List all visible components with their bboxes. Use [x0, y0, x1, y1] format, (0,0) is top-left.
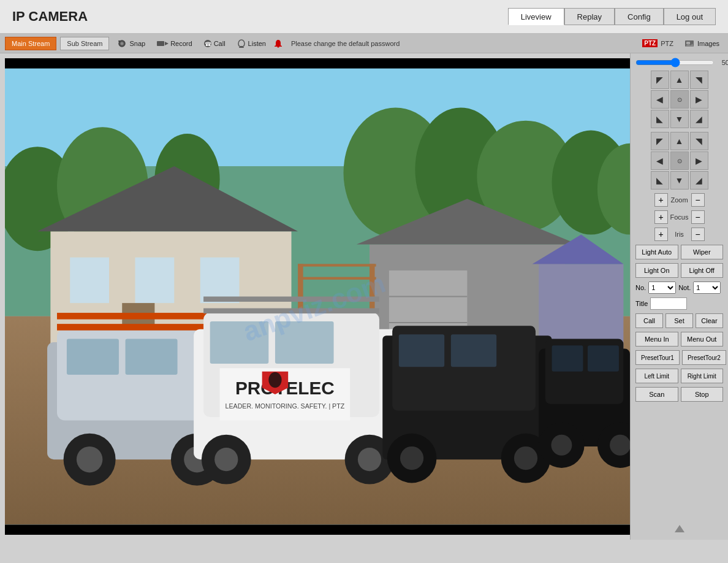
menu-in-btn[interactable]: Menu In	[635, 332, 678, 347]
scroll-up-arrow[interactable]	[675, 525, 684, 532]
snap-btn[interactable]: Snap	[113, 38, 149, 49]
ptz-panel: 50 ◤ ▲ ◥ ◀ ⊙ ▶ ◣ ▼ ◢ ◤ ▲ ◥ ◀ ⊙ ▶ ◣ ▼ ◢	[630, 53, 728, 540]
svg-point-72	[400, 446, 423, 470]
svg-rect-10	[277, 47, 279, 48]
bell-icon	[273, 39, 283, 48]
dir-down-left-btn[interactable]: ◣	[651, 110, 669, 128]
title-label: Title	[635, 300, 648, 307]
svg-marker-4	[165, 42, 169, 45]
images-icon	[684, 39, 696, 48]
direction-pad-2: ◤ ▲ ◥ ◀ ⊙ ▶ ◣ ▼ ◢	[635, 132, 723, 190]
warning-bell: Please change the default password	[273, 39, 400, 48]
menu-out-btn[interactable]: Menu Out	[681, 332, 724, 347]
light-on-btn[interactable]: Light On	[635, 263, 678, 278]
app-title: IP CAMERA	[12, 9, 88, 25]
dir2-right-btn[interactable]: ▶	[690, 151, 708, 170]
svg-rect-51	[57, 313, 207, 320]
nav-logout[interactable]: Log out	[664, 8, 716, 25]
focus-out-btn[interactable]: −	[691, 210, 705, 224]
sub-stream-btn[interactable]: Sub Stream	[60, 37, 109, 50]
light-off-btn[interactable]: Light Off	[681, 263, 724, 278]
focus-label: Focus	[670, 213, 689, 221]
dir2-center-btn[interactable]: ⊙	[670, 151, 689, 170]
dir2-up-left-btn[interactable]: ◤	[651, 132, 669, 150]
ptz-badge: PTZ	[642, 39, 658, 47]
scan-stop-row: Scan Stop	[635, 387, 723, 402]
dir-up-btn[interactable]: ▲	[670, 71, 689, 89]
nav-liveview[interactable]: Liveview	[508, 8, 564, 25]
record-btn[interactable]: Record	[153, 38, 195, 49]
bottom-arrow-row	[635, 523, 723, 535]
svg-rect-45	[126, 339, 178, 375]
listen-btn[interactable]: Listen	[233, 38, 270, 49]
dir2-left-btn[interactable]: ◀	[651, 151, 669, 170]
dir-down-right-btn[interactable]: ◢	[690, 110, 708, 128]
dir2-down-right-btn[interactable]: ◢	[690, 171, 708, 190]
preset-tour2-btn[interactable]: PresetTour2	[682, 350, 726, 365]
no-select[interactable]: 12345	[648, 282, 676, 294]
dir-down-btn[interactable]: ▼	[670, 110, 689, 128]
title-input[interactable]	[650, 297, 687, 310]
dir-up-left-btn[interactable]: ◤	[651, 71, 669, 89]
dir-right-btn[interactable]: ▶	[690, 90, 708, 109]
svg-rect-28	[135, 258, 175, 303]
iris-in-btn[interactable]: +	[654, 228, 668, 241]
dir-up-right-btn[interactable]: ◥	[690, 71, 708, 89]
scan-btn[interactable]: Scan	[635, 387, 678, 402]
slider-value: 50	[717, 59, 728, 66]
svg-rect-70	[451, 334, 496, 367]
svg-point-74	[514, 446, 537, 470]
light-row: Light On Light Off	[635, 263, 723, 278]
brightness-slider-row: 50	[635, 58, 723, 67]
svg-rect-77	[552, 345, 583, 372]
svg-rect-50	[57, 324, 207, 331]
right-limit-btn[interactable]: Right Limit	[681, 369, 724, 383]
preset-call-btn[interactable]: Call	[635, 313, 663, 328]
dir2-up-btn[interactable]: ▲	[670, 132, 689, 150]
wiper-btn[interactable]: Wiper	[681, 245, 724, 259]
dir2-down-left-btn[interactable]: ◣	[651, 171, 669, 190]
main-stream-btn[interactable]: Main Stream	[5, 37, 56, 50]
dir-center-1-btn[interactable]: ⊙	[670, 90, 689, 109]
zoom-label: Zoom	[670, 196, 689, 204]
iris-out-btn[interactable]: −	[691, 228, 705, 241]
dir-left-btn[interactable]: ◀	[651, 90, 669, 109]
zoom-out-btn[interactable]: −	[691, 193, 705, 207]
svg-point-62	[268, 372, 281, 388]
nav-replay[interactable]: Replay	[564, 8, 615, 25]
focus-in-btn[interactable]: +	[654, 210, 668, 224]
record-icon	[156, 39, 169, 48]
stop-btn[interactable]: Stop	[681, 387, 724, 402]
left-limit-btn[interactable]: Left Limit	[635, 369, 678, 383]
zoom-in-btn[interactable]: +	[654, 193, 668, 207]
limit-row: Left Limit Right Limit	[635, 369, 723, 383]
svg-rect-9	[239, 47, 244, 48]
call-icon: ☎	[203, 39, 212, 48]
svg-rect-8	[240, 46, 243, 47]
zoom-row: + Zoom −	[635, 193, 723, 207]
dir2-up-right-btn[interactable]: ◥	[690, 132, 708, 150]
svg-rect-27	[70, 258, 109, 303]
svg-rect-3	[157, 41, 164, 46]
preset-set-btn[interactable]: Set	[665, 313, 693, 328]
call-set-clear-row: Call Set Clear	[635, 313, 723, 328]
dir2-down-btn[interactable]: ▼	[670, 171, 689, 190]
svg-rect-69	[399, 334, 444, 367]
light-wiper-row: Light Auto Wiper	[635, 245, 723, 259]
listen-icon	[237, 39, 246, 48]
call-btn[interactable]: ☎ Call	[200, 38, 229, 49]
preset-clear-btn[interactable]: Clear	[696, 313, 723, 328]
no-label: No.	[635, 284, 646, 291]
iris-row: + Iris −	[635, 228, 723, 241]
light-auto-btn[interactable]: Light Auto	[635, 245, 678, 259]
not-select[interactable]: 12345	[693, 282, 721, 294]
svg-rect-29	[200, 258, 240, 303]
images-btn[interactable]: Images	[681, 38, 723, 49]
ptz-btn[interactable]: PTZ PTZ	[639, 38, 677, 48]
title-row: Title	[635, 297, 723, 310]
preset-tour1-btn[interactable]: PresetTour1	[635, 350, 680, 365]
svg-rect-36	[539, 264, 623, 348]
brightness-slider[interactable]	[635, 58, 715, 67]
nav-config[interactable]: Config	[615, 8, 664, 25]
header: IP CAMERA Liveview Replay Config Log out	[0, 0, 728, 34]
